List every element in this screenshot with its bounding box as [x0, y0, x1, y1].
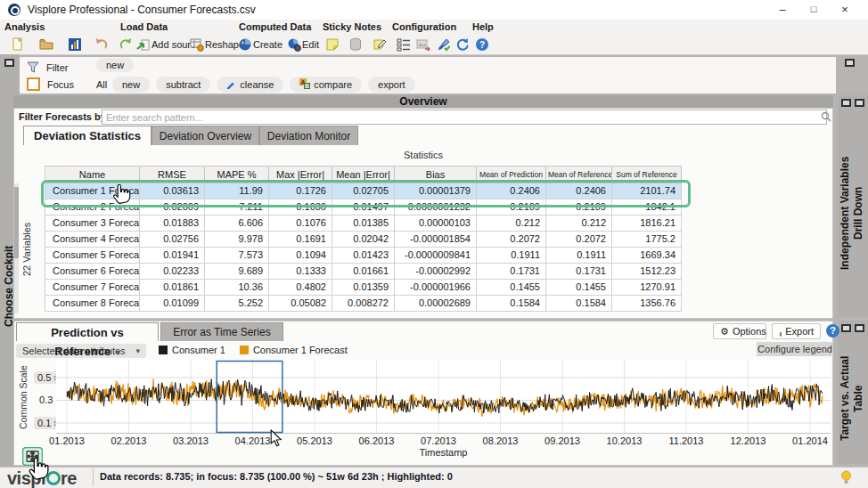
- sticky-note-icon[interactable]: [325, 37, 340, 52]
- filter-funnel-icon: [27, 61, 39, 73]
- focus-compare-button[interactable]: ABcompare: [290, 77, 362, 93]
- filter-new-button[interactable]: new: [96, 58, 134, 72]
- x-tick-label: 12.2013: [731, 435, 766, 446]
- new-document-icon[interactable]: [11, 37, 25, 52]
- help-icon[interactable]: ?: [475, 37, 489, 52]
- reshape-icon[interactable]: [190, 37, 204, 52]
- menu-configuration[interactable]: Configuration: [392, 21, 456, 32]
- open-project-icon[interactable]: [39, 37, 53, 52]
- value-cell: 0.1455: [546, 280, 612, 296]
- column-header[interactable]: Mean of Prediction: [477, 166, 546, 183]
- tab-error-as-time-series[interactable]: Error as Time Series: [160, 322, 283, 341]
- maximize-button[interactable]: □: [798, 0, 829, 19]
- value-cell: 9.689: [205, 264, 269, 280]
- add-source-icon[interactable]: [136, 37, 151, 52]
- expand-view-button[interactable]: [22, 447, 43, 466]
- value-cell: 5.252: [205, 296, 269, 312]
- value-cell: 0.1455: [477, 280, 546, 296]
- create-label[interactable]: Create: [253, 39, 283, 50]
- table-row[interactable]: Consumer 8 Forecast0.010995.2520.050820.…: [45, 296, 682, 312]
- value-cell: 0.01497: [332, 199, 395, 216]
- undo-icon[interactable]: [94, 37, 109, 52]
- collapse-left-panel-icon[interactable]: [4, 59, 14, 67]
- minimize-button[interactable]: –: [767, 0, 798, 19]
- style-brush-icon[interactable]: [437, 37, 451, 52]
- svg-text:?: ?: [479, 40, 485, 50]
- export-image-icon[interactable]: [416, 37, 430, 52]
- column-header[interactable]: Name: [45, 166, 140, 183]
- menu-analysis[interactable]: Analysis: [4, 21, 45, 32]
- legend-item[interactable]: Consumer 1 Forecast: [240, 345, 348, 355]
- focus-subtract-button[interactable]: subtract: [156, 77, 210, 93]
- reset-icon[interactable]: [455, 37, 470, 52]
- value-cell: 0.02009: [140, 199, 205, 216]
- collapse-filter-panel-icon[interactable]: [845, 59, 855, 67]
- configuration-list-icon[interactable]: [397, 37, 411, 52]
- overview-title: Overview: [13, 95, 833, 108]
- column-header[interactable]: Mean |Error|: [332, 166, 395, 183]
- export-icon: [779, 327, 782, 337]
- save-view-icon[interactable]: [68, 37, 82, 52]
- column-header[interactable]: Mean of Reference: [546, 166, 612, 183]
- panel-window-icon[interactable]: [841, 324, 851, 332]
- value-cell: -0.0000009841: [395, 248, 477, 264]
- table-row[interactable]: Consumer 1 Forecast0.0361311.990.17260.0…: [45, 183, 682, 199]
- table-row[interactable]: Consumer 4 Forecast0.027569.9780.16910.0…: [45, 232, 682, 248]
- edit-computed-icon[interactable]: [287, 37, 301, 52]
- menu-load-data[interactable]: Load Data: [120, 21, 168, 32]
- chevron-down-icon: ▾: [116, 348, 120, 357]
- legend-item[interactable]: Consumer 1: [159, 345, 225, 355]
- value-cell: -0.00002992: [395, 264, 477, 280]
- row-name-cell: Consumer 5 Forecast: [45, 248, 140, 264]
- value-cell: 0.01423: [332, 248, 395, 264]
- row-name-cell: Consumer 6 Forecast: [45, 264, 140, 280]
- table-row[interactable]: Consumer 3 Forecast0.018836.6060.10760.0…: [45, 216, 682, 232]
- table-scrollbar-thumb[interactable]: [14, 187, 19, 258]
- focus-cleanse-button[interactable]: cleanse: [217, 77, 283, 93]
- delete-notes-icon[interactable]: [348, 37, 363, 52]
- value-cell: 0.0000001232: [395, 199, 477, 216]
- table-header-row: NameRMSEMAPE %Max |Error|Mean |Error|Bia…: [45, 166, 682, 183]
- lightbulb-icon[interactable]: [840, 470, 852, 485]
- search-input[interactable]: [102, 110, 827, 125]
- value-cell: 0.1731: [477, 264, 546, 280]
- help-icon[interactable]: ?: [826, 324, 839, 338]
- x-tick-label: 08.2013: [483, 435, 519, 446]
- tab-deviation-statistics[interactable]: Deviation Statistics: [23, 126, 151, 145]
- table-row[interactable]: Consumer 6 Forecast0.022339.6890.13330.0…: [45, 264, 682, 280]
- time-series-plot[interactable]: [56, 360, 831, 434]
- column-header[interactable]: Bias: [395, 166, 477, 183]
- focus-all-label[interactable]: All: [96, 79, 107, 90]
- redo-icon[interactable]: [119, 37, 133, 52]
- configure-legend-label[interactable]: Configure legend: [757, 342, 833, 356]
- create-computed-icon[interactable]: [238, 37, 252, 52]
- independent-variables-drilldown-label[interactable]: Independent Variables Drill Down: [839, 131, 865, 296]
- column-header[interactable]: Sum of Reference: [612, 166, 682, 183]
- export-button[interactable]: Export: [772, 323, 821, 339]
- panel-window-icon[interactable]: [855, 324, 864, 332]
- column-header[interactable]: MAPE %: [205, 166, 269, 183]
- table-row[interactable]: Consumer 5 Forecast0.019417.5730.10940.0…: [45, 248, 682, 264]
- table-row[interactable]: Consumer 7 Forecast0.0186110.360.48020.0…: [45, 280, 682, 296]
- column-header[interactable]: RMSE: [140, 166, 205, 183]
- focus-new-button[interactable]: new: [112, 77, 150, 93]
- visplore-window: Visplore Professional - Consumer Forecas…: [0, 0, 868, 488]
- options-button[interactable]: ⚙ Options: [713, 323, 766, 339]
- focus-export-button[interactable]: export: [368, 77, 415, 93]
- menu-sticky-notes[interactable]: Sticky Notes: [323, 21, 381, 32]
- legend-swatch: [240, 346, 249, 354]
- close-button[interactable]: ×: [830, 0, 860, 19]
- value-cell: 0.2109: [477, 199, 546, 216]
- tab-prediction-vs-reference[interactable]: Prediction vs Reference▾: [16, 322, 159, 341]
- panel-window-icon[interactable]: [855, 99, 864, 107]
- tab-deviation-overview[interactable]: Deviation Overview: [151, 126, 259, 145]
- table-row[interactable]: Consumer 2 Forecast0.020097.2110.10360.0…: [45, 199, 682, 216]
- panel-window-icon[interactable]: [841, 99, 851, 107]
- edit-label[interactable]: Edit: [302, 39, 319, 50]
- tab-deviation-monitor[interactable]: Deviation Monitor: [259, 126, 358, 145]
- target-vs-actual-table-label[interactable]: Target vs. Actual Table: [839, 347, 865, 450]
- column-header[interactable]: Max |Error|: [269, 166, 332, 183]
- edit-note-icon[interactable]: [373, 37, 387, 52]
- menu-computed-data[interactable]: Computed Data: [239, 21, 311, 32]
- menu-help[interactable]: Help: [472, 21, 494, 32]
